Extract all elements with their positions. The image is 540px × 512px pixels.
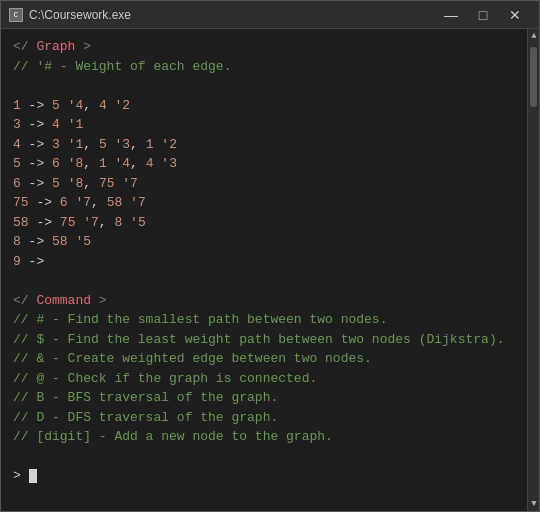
empty-line-1	[13, 76, 515, 96]
content-area: </ Graph > // '# - Weight of each edge. …	[1, 29, 539, 511]
maximize-button[interactable]: □	[467, 1, 499, 29]
scrollbar-track[interactable]	[528, 43, 539, 497]
help-line-4: // @ - Check if the graph is connected.	[13, 369, 515, 389]
help-line-2: // $ - Find the least weight path betwee…	[13, 330, 515, 350]
help-line-3: // & - Create weighted edge between two …	[13, 349, 515, 369]
command-section-tag: </ Command >	[13, 291, 515, 311]
graph-row-5: 6 -> 5 '8, 75 '7	[13, 174, 515, 194]
comment-weight: // '# - Weight of each edge.	[13, 57, 515, 77]
scroll-up-arrow[interactable]: ▲	[528, 29, 539, 43]
help-line-1: // # - Find the smallest path between tw…	[13, 310, 515, 330]
titlebar: C C:\Coursework.exe — □ ✕	[1, 1, 539, 29]
empty-line-2	[13, 271, 515, 291]
empty-line-3	[13, 447, 515, 467]
graph-row-7: 58 -> 75 '7, 8 '5	[13, 213, 515, 233]
graph-row-4: 5 -> 6 '8, 1 '4, 4 '3	[13, 154, 515, 174]
close-button[interactable]: ✕	[499, 1, 531, 29]
graph-row-2: 3 -> 4 '1	[13, 115, 515, 135]
graph-row-9: 9 ->	[13, 252, 515, 272]
graph-section-tag: </ Graph >	[13, 37, 515, 57]
graph-row-1: 1 -> 5 '4, 4 '2	[13, 96, 515, 116]
terminal-output[interactable]: </ Graph > // '# - Weight of each edge. …	[1, 29, 527, 511]
app-icon: C	[9, 8, 23, 22]
window: C C:\Coursework.exe — □ ✕ </ Graph > // …	[0, 0, 540, 512]
help-line-6: // D - DFS traversal of the graph.	[13, 408, 515, 428]
scrollbar-thumb[interactable]	[530, 47, 537, 107]
graph-row-6: 75 -> 6 '7, 58 '7	[13, 193, 515, 213]
scroll-down-arrow[interactable]: ▼	[528, 497, 539, 511]
graph-row-8: 8 -> 58 '5	[13, 232, 515, 252]
window-title: C:\Coursework.exe	[29, 8, 435, 22]
scrollbar[interactable]: ▲ ▼	[527, 29, 539, 511]
help-line-5: // B - BFS traversal of the graph.	[13, 388, 515, 408]
minimize-button[interactable]: —	[435, 1, 467, 29]
window-controls: — □ ✕	[435, 1, 531, 29]
graph-row-3: 4 -> 3 '1, 5 '3, 1 '2	[13, 135, 515, 155]
command-prompt[interactable]: >	[13, 466, 515, 486]
help-line-7: // [digit] - Add a new node to the graph…	[13, 427, 515, 447]
